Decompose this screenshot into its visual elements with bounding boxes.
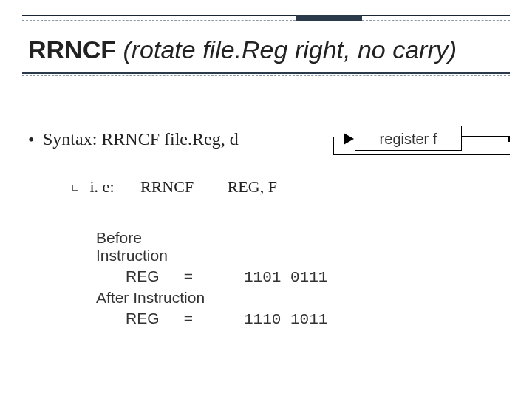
title-mnemonic: RRNCF <box>28 35 116 64</box>
example-line: i. e: RRNCF REG, F <box>72 177 277 197</box>
rotate-diagram: register f <box>303 126 510 154</box>
after-eq: = <box>177 310 200 327</box>
register-box: register f <box>355 126 462 151</box>
before-value: 1101 0111 <box>244 269 327 286</box>
before-label: Before Instruction <box>96 229 211 265</box>
syntax-line: Syntax: RRNCF file.Reg, d <box>43 129 239 149</box>
arrow-head-icon <box>344 133 354 145</box>
example-operands: REG, F <box>228 177 277 196</box>
example-prefix: i. e: <box>90 177 115 196</box>
title-description: (rotate file.Reg right, no carry) <box>123 35 457 64</box>
after-reg: REG <box>126 310 177 327</box>
before-eq: = <box>177 267 200 285</box>
title-underline <box>22 72 510 76</box>
instruction-state: Before Instruction REG = 1101 0111 After… <box>96 229 327 331</box>
after-value: 1110 1011 <box>244 311 327 328</box>
before-reg: REG <box>126 267 177 285</box>
slide-accent <box>0 0 532 22</box>
example-mnemonic: RRNCF <box>140 177 194 196</box>
slide-title: RRNCF (rotate file.Reg right, no carry) <box>28 35 457 64</box>
bullet-square-icon <box>72 185 78 191</box>
after-label: After Instruction <box>96 289 211 307</box>
